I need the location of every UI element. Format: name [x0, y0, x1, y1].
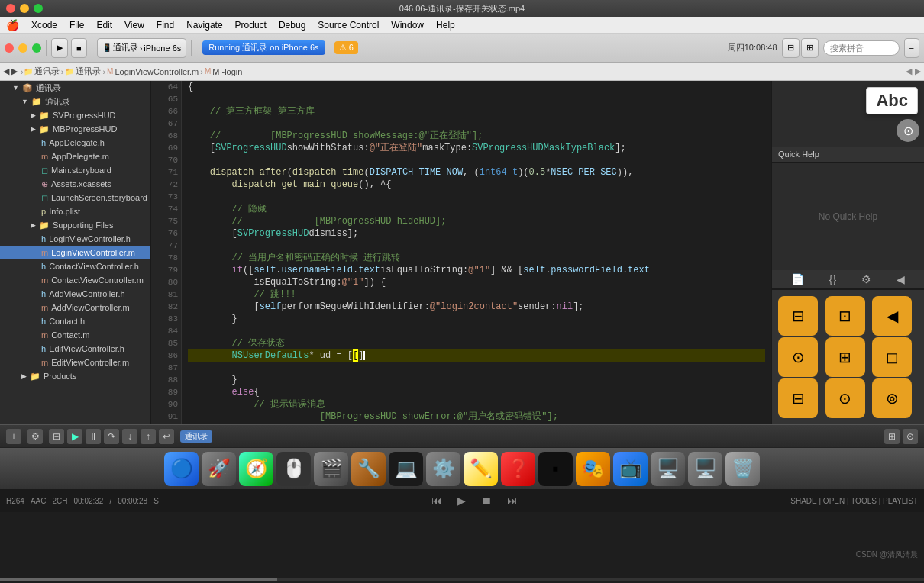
breadcrumb-item-4[interactable]: M M -login — [205, 67, 242, 76]
dock-dark-app[interactable]: ▪ — [538, 452, 573, 486]
toolbar-max[interactable] — [32, 43, 41, 53]
maximize-button[interactable] — [34, 4, 43, 13]
toolbar-min[interactable] — [18, 43, 27, 53]
debug-btn-7[interactable]: ↩ — [159, 429, 174, 444]
close-button[interactable] — [6, 4, 15, 13]
dock-monitor[interactable]: 🖥️ — [651, 452, 685, 486]
sidebar-item-contactvc-m[interactable]: m ContactViewController.m — [0, 273, 150, 287]
find-menu[interactable]: Find — [157, 20, 174, 31]
debug-play-btn[interactable]: ▶ — [67, 429, 82, 444]
sidebar-item-editvc-h[interactable]: h EditViewController.h — [0, 342, 150, 356]
panel-btn-6[interactable]: ◻ — [872, 337, 912, 377]
sidebar-item-supporting-files[interactable]: ▶ 📁 Supporting Files — [0, 218, 150, 232]
run-button[interactable]: ▶ — [51, 38, 68, 58]
toolbar-btn-2[interactable]: ⊞ — [801, 38, 819, 58]
sidebar-item-appdelegate-h[interactable]: h AppDelegate.h — [0, 136, 150, 150]
breadcrumb-item-2[interactable]: 📁 通讯录 — [65, 66, 101, 77]
product-menu[interactable]: Product — [235, 20, 267, 31]
stop-button[interactable]: ■ — [71, 38, 87, 58]
window-menu[interactable]: Window — [391, 20, 424, 31]
sidebar-item-products[interactable]: ▶ 📁 Products — [0, 369, 150, 383]
progress-bar-bg[interactable] — [0, 578, 924, 581]
bottom-add-btn[interactable]: + — [6, 429, 21, 444]
dock-tools[interactable]: 🔧 — [351, 452, 386, 486]
stop-btn[interactable]: ⏹ — [481, 494, 492, 507]
debug-step-in[interactable]: ↓ — [122, 429, 137, 444]
dock-video[interactable]: 🎬 — [314, 452, 348, 486]
search-input[interactable] — [823, 40, 900, 56]
dock-trash[interactable]: 🗑️ — [725, 452, 760, 486]
sidebar-item-group-main[interactable]: ▼ 📁 通讯录 — [0, 95, 150, 108]
bottom-settings-btn[interactable]: ⚙ — [27, 429, 43, 444]
debug-step-over[interactable]: ↷ — [104, 429, 119, 444]
toolbar-btn-1[interactable]: ⊟ — [782, 38, 800, 58]
sidebar-item-launch-storyboard[interactable]: ◻ LaunchScreen.storyboard — [0, 191, 150, 205]
edit-menu[interactable]: Edit — [96, 20, 112, 31]
bottom-right-btn-1[interactable]: ⊞ — [884, 429, 900, 444]
sidebar-item-contact-h[interactable]: h Contact.h — [0, 314, 150, 328]
dock-orange-app[interactable]: 🎭 — [576, 452, 610, 486]
panel-btn-4[interactable]: ⊙ — [778, 337, 818, 377]
breadcrumb-item-1[interactable]: 📁 通讯录 — [24, 66, 60, 77]
view-menu[interactable]: View — [124, 20, 144, 31]
navigate-menu[interactable]: Navigate — [186, 20, 222, 31]
minimize-button[interactable] — [20, 4, 29, 13]
sidebar-item-loginvc-h[interactable]: h LoginViewController.h — [0, 232, 150, 246]
breadcrumb-item-3[interactable]: M LoginViewController.m — [107, 67, 199, 76]
sidebar-item-addvc-m[interactable]: m AddViewController.m — [0, 301, 150, 314]
dock-launchpad[interactable]: 🚀 — [202, 452, 236, 486]
bottom-right-btn-2[interactable]: ⊙ — [903, 429, 918, 444]
dock-sketch[interactable]: ✏️ — [464, 452, 498, 486]
file-menu[interactable]: File — [69, 20, 84, 31]
dock-red-app[interactable]: ❓ — [501, 452, 535, 486]
warning-badge[interactable]: ⚠ 6 — [334, 41, 358, 54]
play-btn[interactable]: ▶ — [457, 494, 466, 507]
panel-btn-8[interactable]: ⊙ — [825, 378, 865, 418]
sidebar-item-svprogress[interactable]: ▶ 📁 SVProgressHUD — [0, 108, 150, 122]
sidebar-item-main-storyboard[interactable]: ◻ Main.storyboard — [0, 163, 150, 177]
scheme-selector[interactable]: 📱 通讯录 › iPhone 6s — [97, 38, 187, 58]
dock-display[interactable]: 🖥️ — [688, 452, 722, 486]
dock-blue-app[interactable]: 📺 — [613, 452, 648, 486]
debug-pause-btn[interactable]: ⏸ — [86, 429, 101, 444]
next-btn[interactable]: ⏭ — [507, 494, 518, 507]
sidebar-item-editvc-m[interactable]: m EditViewController.m — [0, 356, 150, 369]
code-editor[interactable]: { // 第三方框架 第三方库 // [MBProgressHUD showMe… — [182, 81, 771, 424]
sidebar-item-assets[interactable]: ⊕ Assets.xcassets — [0, 177, 150, 191]
panel-btn-5[interactable]: ⊞ — [825, 337, 865, 377]
xcode-menu[interactable]: Xcode — [31, 20, 57, 31]
nav-forward-1[interactable]: ◀ — [906, 66, 912, 76]
toolbar-more[interactable]: ≡ — [904, 38, 919, 58]
nav-back[interactable]: ◀ ▶ — [3, 66, 18, 76]
apple-menu[interactable]: 🍎 — [6, 19, 19, 31]
dock-prefs[interactable]: ⚙️ — [426, 452, 460, 486]
panel-btn-7[interactable]: ⊟ — [778, 378, 818, 418]
sidebar-item-mbprogress[interactable]: ▶ 📁 MBProgressHUD — [0, 122, 150, 136]
panel-icon-back[interactable]: ◀ — [897, 273, 905, 285]
help-menu[interactable]: Help — [436, 20, 455, 31]
panel-icon-settings[interactable]: ⚙ — [861, 273, 871, 285]
sidebar-item-info-plist[interactable]: p Info.plist — [0, 205, 150, 218]
sidebar-item-contactvc-h[interactable]: h ContactViewController.h — [0, 259, 150, 273]
sidebar-item-contact-m[interactable]: m Contact.m — [0, 328, 150, 342]
sidebar-item-project[interactable]: ▼ 📦 通讯录 — [0, 81, 150, 95]
dock-safari[interactable]: 🧭 — [239, 452, 273, 486]
dock-mouse[interactable]: 🖱️ — [276, 452, 311, 486]
dock-terminal[interactable]: 💻 — [389, 452, 423, 486]
panel-icon-file[interactable]: 📄 — [791, 273, 804, 285]
debug-step-out[interactable]: ↑ — [141, 429, 156, 444]
sidebar-item-addvc-h[interactable]: h AddViewController.h — [0, 287, 150, 301]
panel-icon-code[interactable]: {} — [829, 273, 836, 285]
sidebar-item-appdelegate-m[interactable]: m AppDelegate.m — [0, 150, 150, 163]
sidebar-item-loginvc-m[interactable]: m LoginViewController.m — [0, 246, 150, 259]
panel-btn-3[interactable]: ◀ — [872, 296, 912, 336]
toolbar-close[interactable] — [5, 43, 14, 53]
prev-btn[interactable]: ⏮ — [431, 494, 442, 507]
panel-btn-2[interactable]: ⊡ — [825, 296, 865, 336]
dock-finder[interactable]: 🔵 — [164, 452, 199, 486]
source-control-menu[interactable]: Source Control — [318, 20, 379, 31]
debug-menu[interactable]: Debug — [279, 20, 305, 31]
debug-btn-1[interactable]: ⊟ — [49, 429, 64, 444]
panel-circle-btn[interactable]: ⊙ — [897, 119, 919, 142]
nav-forward-2[interactable]: ▶ — [915, 66, 921, 76]
